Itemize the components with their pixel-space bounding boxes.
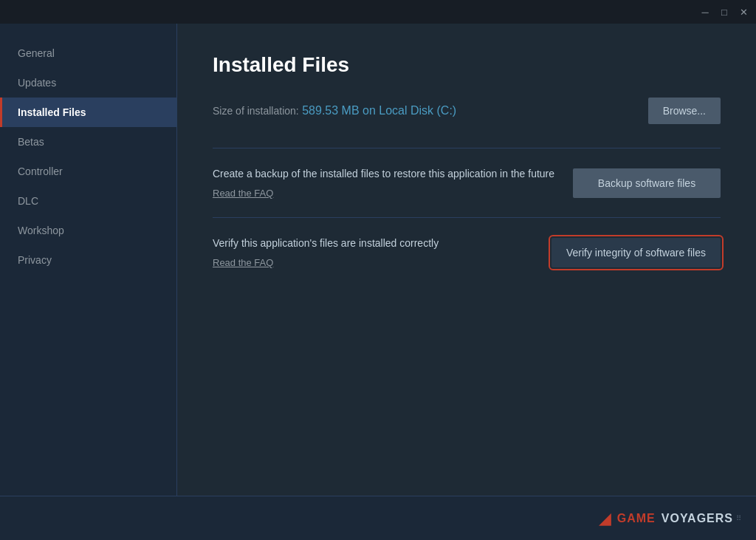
main-content: Installed Files Size of installation: 58… [177, 24, 756, 496]
section-desc-backup: Create a backup of the installed files t… [213, 166, 555, 182]
verify-button[interactable]: Verify integrity of software files [551, 238, 721, 267]
install-size-info: Size of installation: 589.53 MB on Local… [213, 104, 456, 117]
section-left-backup: Create a backup of the installed files t… [213, 166, 555, 199]
sections-container: Create a backup of the installed files t… [213, 148, 721, 287]
close-button[interactable]: ✕ [737, 5, 750, 18]
sidebar-item-controller[interactable]: Controller [0, 157, 176, 186]
minimize-button[interactable]: ─ [698, 5, 712, 18]
section-link-verify[interactable]: Read the FAQ [213, 257, 273, 268]
browse-button[interactable]: Browse... [648, 98, 721, 124]
install-size-row: Size of installation: 589.53 MB on Local… [213, 98, 721, 124]
install-size-label: Size of installation: [213, 105, 299, 117]
app-container: GeneralUpdatesInstalled FilesBetasContro… [0, 24, 756, 496]
maximize-button[interactable]: □ [718, 5, 731, 18]
logo-game-text: GAME [617, 512, 656, 525]
sidebar-item-installed-files[interactable]: Installed Files [0, 98, 176, 127]
sidebar-item-workshop[interactable]: Workshop [0, 216, 176, 245]
sidebar-item-privacy[interactable]: Privacy [0, 245, 176, 275]
sidebar-item-dlc[interactable]: DLC [0, 186, 176, 216]
title-bar: ─ □ ✕ [0, 0, 756, 24]
section-desc-verify: Verify this application's files are inst… [213, 236, 534, 251]
section-link-backup[interactable]: Read the FAQ [213, 188, 273, 199]
sidebar-item-updates[interactable]: Updates [0, 68, 176, 98]
sidebar: GeneralUpdatesInstalled FilesBetasContro… [0, 24, 177, 496]
section-backup: Create a backup of the installed files t… [213, 148, 721, 217]
sidebar-item-betas[interactable]: Betas [0, 127, 176, 157]
install-size-value: 589.53 MB on Local Disk (C:) [302, 104, 456, 117]
window-controls: ─ □ ✕ [698, 5, 750, 18]
backup-button[interactable]: Backup software files [573, 168, 721, 198]
section-left-verify: Verify this application's files are inst… [213, 236, 534, 269]
dots-decoration: ⠿ [736, 514, 741, 522]
section-verify: Verify this application's files are inst… [213, 217, 721, 287]
sidebar-item-general[interactable]: General [0, 38, 176, 68]
logo: ◢ GAME VOYAGERS [599, 509, 733, 528]
logo-voyagers-text: VOYAGERS [662, 512, 733, 525]
page-title: Installed Files [213, 53, 721, 77]
bottom-bar: ◢ GAME VOYAGERS ⠿ [0, 496, 756, 540]
logo-icon: ◢ [599, 509, 611, 528]
